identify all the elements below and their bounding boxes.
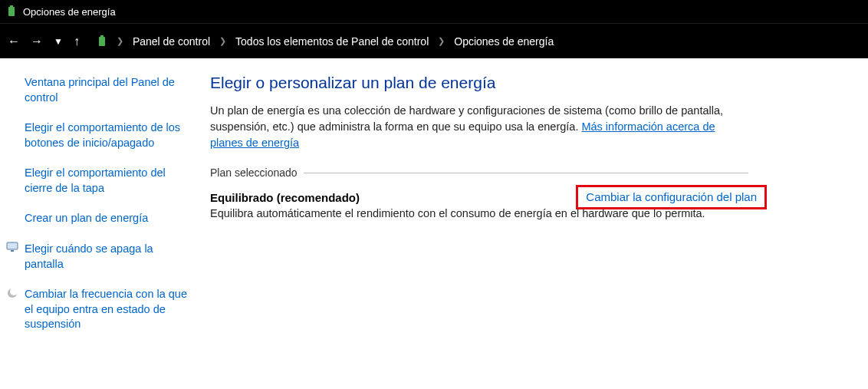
- forward-arrow-icon[interactable]: →: [31, 35, 43, 48]
- content-area: Ventana principal del Panel de control E…: [0, 58, 868, 343]
- sidebar-item-power-buttons[interactable]: Elegir el comportamiento de los botones …: [11, 116, 193, 161]
- breadcrumb-separator-icon: ❯: [219, 36, 226, 46]
- svg-rect-5: [11, 250, 14, 252]
- svg-rect-2: [99, 37, 105, 46]
- section-header: Plan seleccionado: [210, 166, 748, 179]
- window-title: Opciones de energía: [23, 6, 116, 18]
- sidebar-item-display-off[interactable]: Elegir cuándo se apaga la pantalla: [11, 237, 193, 282]
- up-arrow-icon[interactable]: ↑: [74, 35, 80, 48]
- section-divider: [304, 173, 748, 173]
- moon-icon: [6, 287, 18, 304]
- sidebar: Ventana principal del Panel de control E…: [0, 71, 199, 343]
- main-panel: Elegir o personalizar un plan de energía…: [199, 71, 767, 343]
- change-plan-settings-link[interactable]: Cambiar la configuración del plan: [586, 190, 757, 203]
- recent-locations-icon[interactable]: ▼: [54, 36, 63, 47]
- sidebar-item-label: Cambiar la frecuencia con la que el equi…: [25, 288, 187, 330]
- monitor-icon: [6, 242, 18, 257]
- breadcrumb-item[interactable]: Todos los elementos de Panel de control: [235, 35, 429, 48]
- breadcrumb: ❯ Panel de control ❯ Todos los elementos…: [97, 35, 554, 48]
- breadcrumb-item[interactable]: Panel de control: [133, 35, 210, 48]
- breadcrumb-item[interactable]: Opciones de energía: [454, 35, 554, 48]
- battery-icon: [97, 35, 107, 48]
- svg-rect-3: [100, 35, 104, 37]
- page-heading: Elegir o personalizar un plan de energía: [210, 74, 748, 92]
- back-arrow-icon[interactable]: ←: [8, 35, 20, 48]
- titlebar: Opciones de energía: [0, 0, 868, 23]
- svg-rect-1: [10, 5, 13, 7]
- sidebar-item-create-plan[interactable]: Crear un plan de energía: [11, 206, 193, 237]
- battery-icon: [6, 5, 17, 18]
- section-label: Plan seleccionado: [210, 166, 304, 179]
- change-plan-highlight: Cambiar la configuración del plan: [576, 185, 767, 209]
- breadcrumb-separator-icon: ❯: [117, 36, 123, 46]
- svg-point-7: [10, 288, 18, 295]
- nav-arrows: ← → ▼ ↑: [8, 35, 80, 48]
- breadcrumb-separator-icon: ❯: [438, 36, 445, 46]
- svg-rect-0: [8, 7, 15, 16]
- sidebar-item-sleep[interactable]: Cambiar la frecuencia con la que el equi…: [11, 282, 193, 343]
- navbar: ← → ▼ ↑ ❯ Panel de control ❯ Todos los e…: [0, 23, 868, 58]
- sidebar-item-label: Elegir cuándo se apaga la pantalla: [25, 242, 153, 270]
- svg-rect-4: [7, 242, 18, 249]
- sidebar-item-lid-close[interactable]: Elegir el comportamiento del cierre de l…: [11, 161, 193, 206]
- sidebar-item-home[interactable]: Ventana principal del Panel de control: [11, 71, 193, 116]
- intro-paragraph: Un plan de energía es una colección de h…: [210, 103, 748, 151]
- plan-row: Equilibrado (recomendado) Equilibra auto…: [210, 191, 748, 219]
